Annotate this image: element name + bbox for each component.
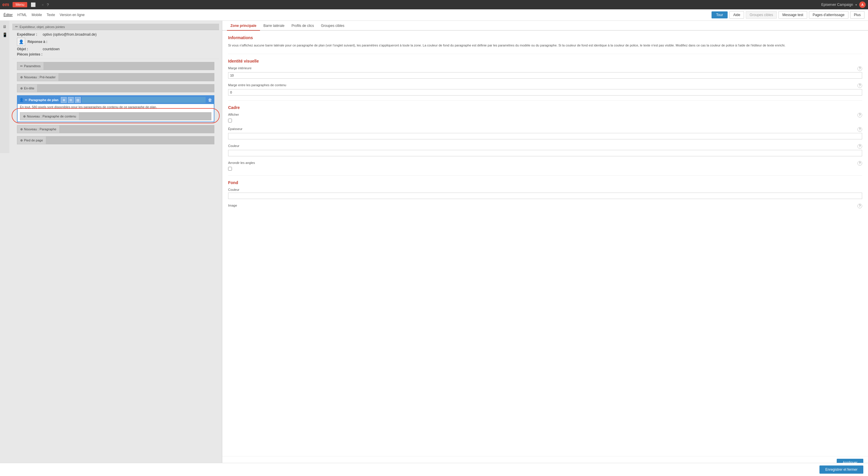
plan-block-header: 👤 ✏ Paragraphe de plan ⊕ ⧉ ▤ 🗑 [18,96,214,104]
tab-zone-principale[interactable]: Zone principale [227,21,260,30]
epaisseur-help[interactable]: ? [858,127,862,132]
tab-barre-laterale[interactable]: Barre latérale [260,21,288,30]
epaisseur-group: Épaisseur ? [228,127,862,139]
right-content: Informations Si vous n'affichez aucune b… [222,31,868,456]
arrondir-checkbox-row [228,167,862,171]
couleur-fond-label-row: Couleur [228,188,862,192]
main-editor: ✏ Expéditeur, objet, pièces jointes Expé… [9,21,222,153]
tab-groupes-cibles[interactable]: Groupes cibles [317,21,348,30]
pieces-label: Pièces jointes : [17,52,42,57]
plus-icon: ⊕ [23,114,26,118]
tour-button[interactable]: Tour [712,11,727,19]
plus-icon: ⊕ [20,87,23,90]
plan-tool-other[interactable]: ▤ [75,97,81,103]
user-icon: 👤 [19,98,24,102]
content-blocks: ✏ Paramètres ⊕ Nouveau : Pré-header [12,59,219,150]
image-fond-label: Image [228,204,237,208]
afficher-label-row: Afficher ? [228,113,862,117]
tab-profils-de-clics[interactable]: Profils de clics [288,21,318,30]
objet-row: Objet : countdown [17,47,214,51]
arrondir-checkbox[interactable] [228,167,232,171]
monitor-icon[interactable]: 🖥 [3,24,7,29]
marge-interieure-help[interactable]: ? [858,66,862,71]
plan-block: 👤 ✏ Paragraphe de plan ⊕ ⧉ ▤ 🗑 En tout [17,95,214,122]
informations-text: Si vous n'affichez aucune barre latérale… [228,43,862,48]
top-bar-right: Episerver Campaign ▾ A [821,1,866,8]
entete-spacer [37,84,214,92]
sender-bar-label: Expéditeur, objet, pièces jointes [20,25,65,29]
arrondir-help[interactable]: ? [858,161,862,166]
avatar-icon: 👤 [17,38,25,46]
plan-tool-copy[interactable]: ⧉ [68,97,74,103]
couleur-cadre-label: Couleur [228,144,240,149]
afficher-help[interactable]: ? [858,113,862,117]
pencil-icon: ✏ [20,64,23,68]
tab-mobile[interactable]: Mobile [32,12,42,18]
plus-button[interactable]: Plus [850,11,865,19]
contenu-spacer [79,112,212,121]
preheader-label: Nouveau : Pré-header [24,75,56,79]
pied-de-page-button[interactable]: ⊕ Pied de page [17,136,46,144]
plus-icon: ⊕ [20,138,23,142]
parametres-button[interactable]: ✏ Paramètres [17,62,44,70]
epaisseur-label-row: Épaisseur ? [228,127,862,132]
pencil-icon: ✏ [25,98,28,102]
parametres-spacer [44,62,214,70]
tab-version-en-ligne[interactable]: Version en ligne [60,12,85,18]
window-icon-button[interactable]: ⬜ [30,2,37,8]
paragraphe-button[interactable]: ⊕ Nouveau : Paragraphe [17,125,60,133]
reponse-label: Réponse à : [28,40,48,44]
expediteur-value: optivo (optivo@from.broadmail.de) [43,32,96,37]
close-icon[interactable]: × [41,3,44,7]
plan-tool-plus[interactable]: ⊕ [61,97,67,103]
image-fond-help[interactable]: ? [858,204,862,208]
image-fond-label-row: Image ? [228,204,862,208]
marge-interieure-group: Marge intérieure ? [228,66,862,78]
parametres-block: ✏ Paramètres [17,62,214,70]
couleur-fond-group: Couleur [228,188,862,199]
sender-bar[interactable]: ✏ Expéditeur, objet, pièces jointes [12,24,219,30]
couleur-cadre-input[interactable] [228,150,862,156]
chevron-down-icon[interactable]: ▾ [856,3,857,6]
afficher-label: Afficher [228,113,239,117]
episerver-label: Episerver Campaign [821,3,853,7]
action-bar-right: Tour Aide Groupes cibles Message test Pa… [712,11,865,19]
couleur-cadre-help[interactable]: ? [858,144,862,149]
epaisseur-label: Épaisseur [228,127,243,132]
marge-interieure-input[interactable] [228,72,862,78]
couleur-fond-input[interactable] [228,193,862,199]
plan-block-info: En tout, 580 pixels sont disponibles pou… [18,104,214,110]
expediteur-row: Expéditeur : optivo (optivo@from.broadma… [17,32,214,37]
menu-button[interactable]: Menu [12,2,27,7]
pied-de-page-spacer [46,136,214,144]
entete-label: En-tête [24,87,34,90]
preheader-block: ⊕ Nouveau : Pré-header [17,73,214,81]
tab-texte[interactable]: Texte [46,12,55,18]
divider-3 [228,175,862,176]
marge-paragraphes-input[interactable] [228,89,862,96]
save-button[interactable]: Enregistrer et fermer [819,466,863,469]
action-bar: Éditer HTML Mobile Texte Version en lign… [0,9,868,21]
preheader-button[interactable]: ⊕ Nouveau : Pré-header [17,73,59,81]
help-icon[interactable]: ? [47,3,49,7]
entete-button[interactable]: ⊕ En-tête [17,84,37,92]
informations-title: Informations [228,35,862,40]
pages-atterrissage-button[interactable]: Pages d'atterrissage [809,11,848,19]
message-test-button[interactable]: Message test [778,11,807,19]
contenu-wrapper: ⊕ Nouveau : Paragraphe de contenu [18,110,214,122]
groupes-cibles-button: Groupes cibles [746,11,777,19]
tab-html[interactable]: HTML [17,12,27,18]
aide-button[interactable]: Aide [730,11,744,19]
user-avatar[interactable]: A [859,1,866,8]
divider-2 [228,100,862,101]
afficher-checkbox[interactable] [228,118,232,123]
mobile-icon[interactable]: 📱 [2,32,7,37]
tab-editer[interactable]: Éditer [3,12,12,18]
epaisseur-input[interactable] [228,133,862,139]
marge-paragraphes-help[interactable]: ? [858,83,862,88]
contenu-button[interactable]: ⊕ Nouveau : Paragraphe de contenu [20,112,79,121]
couleur-cadre-label-row: Couleur ? [228,144,862,149]
main-layout: 🖥 📱 ✏ Expéditeur, objet, pièces jointes … [0,21,868,469]
plan-delete-button[interactable]: 🗑 [208,98,212,102]
pied-de-page-label: Pied de page [24,138,43,142]
